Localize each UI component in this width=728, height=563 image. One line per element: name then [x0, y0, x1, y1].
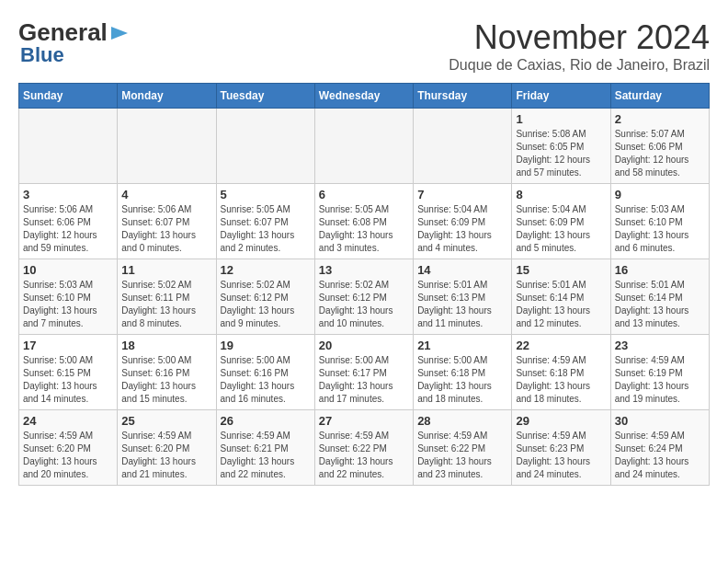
header-thursday: Thursday	[414, 84, 512, 109]
day-info: Sunrise: 5:06 AM Sunset: 6:06 PM Dayligh…	[23, 203, 113, 255]
day-number: 16	[615, 263, 705, 277]
day-info: Sunrise: 5:01 AM Sunset: 6:14 PM Dayligh…	[615, 279, 705, 330]
day-number: 18	[121, 339, 211, 352]
logo: General Blue	[18, 18, 130, 67]
week-row: 1Sunrise: 5:08 AM Sunset: 6:05 PM Daylig…	[19, 109, 710, 184]
header-wednesday: Wednesday	[314, 84, 413, 109]
header-row: SundayMondayTuesdayWednesdayThursdayFrid…	[19, 84, 710, 109]
day-number: 28	[417, 414, 507, 428]
table-row: 19Sunrise: 5:00 AM Sunset: 6:16 PM Dayli…	[216, 335, 314, 410]
table-row: 15Sunrise: 5:01 AM Sunset: 6:14 PM Dayli…	[512, 259, 610, 335]
day-info: Sunrise: 5:05 AM Sunset: 6:07 PM Dayligh…	[221, 203, 311, 255]
header-sunday: Sunday	[19, 84, 118, 109]
day-number: 23	[615, 339, 705, 352]
day-number: 21	[417, 339, 507, 352]
table-row: 7Sunrise: 5:04 AM Sunset: 6:09 PM Daylig…	[414, 184, 512, 259]
table-row: 11Sunrise: 5:02 AM Sunset: 6:11 PM Dayli…	[118, 259, 216, 335]
day-info: Sunrise: 4:59 AM Sunset: 6:18 PM Dayligh…	[516, 354, 606, 406]
day-info: Sunrise: 5:08 AM Sunset: 6:05 PM Dayligh…	[516, 128, 606, 179]
day-number: 8	[516, 188, 606, 201]
day-number: 9	[615, 188, 705, 201]
table-row: 28Sunrise: 4:59 AM Sunset: 6:22 PM Dayli…	[414, 410, 512, 486]
week-row: 3Sunrise: 5:06 AM Sunset: 6:06 PM Daylig…	[19, 184, 710, 259]
table-row: 25Sunrise: 4:59 AM Sunset: 6:20 PM Dayli…	[118, 410, 216, 486]
day-number: 1	[516, 112, 606, 126]
day-info: Sunrise: 5:07 AM Sunset: 6:06 PM Dayligh…	[615, 128, 705, 179]
table-row: 10Sunrise: 5:03 AM Sunset: 6:10 PM Dayli…	[19, 259, 118, 335]
day-number: 27	[319, 414, 409, 428]
table-row: 26Sunrise: 4:59 AM Sunset: 6:21 PM Dayli…	[216, 410, 314, 486]
header-tuesday: Tuesday	[216, 84, 314, 109]
table-row: 6Sunrise: 5:05 AM Sunset: 6:08 PM Daylig…	[314, 184, 413, 259]
table-row: 16Sunrise: 5:01 AM Sunset: 6:14 PM Dayli…	[610, 259, 709, 335]
day-number: 22	[516, 339, 606, 352]
day-number: 15	[516, 263, 606, 277]
table-row	[216, 109, 314, 184]
day-info: Sunrise: 5:04 AM Sunset: 6:09 PM Dayligh…	[417, 203, 507, 255]
week-row: 17Sunrise: 5:00 AM Sunset: 6:15 PM Dayli…	[19, 335, 710, 410]
header-friday: Friday	[512, 84, 610, 109]
day-number: 2	[615, 112, 705, 126]
day-number: 30	[615, 414, 705, 428]
table-row	[314, 109, 413, 184]
logo-blue: Blue	[20, 43, 64, 66]
table-row: 5Sunrise: 5:05 AM Sunset: 6:07 PM Daylig…	[216, 184, 314, 259]
table-row: 29Sunrise: 4:59 AM Sunset: 6:23 PM Dayli…	[512, 410, 610, 486]
svg-marker-0	[111, 27, 128, 40]
day-info: Sunrise: 4:59 AM Sunset: 6:19 PM Dayligh…	[615, 354, 705, 406]
calendar-body: 1Sunrise: 5:08 AM Sunset: 6:05 PM Daylig…	[19, 109, 710, 486]
page-header: General Blue November 2024 Duque de Caxi…	[18, 18, 710, 74]
logo-arrow-icon	[109, 23, 130, 43]
day-number: 19	[221, 339, 311, 352]
day-number: 5	[221, 188, 311, 201]
day-info: Sunrise: 4:59 AM Sunset: 6:22 PM Dayligh…	[319, 430, 409, 481]
table-row	[19, 109, 118, 184]
day-info: Sunrise: 5:01 AM Sunset: 6:14 PM Dayligh…	[516, 279, 606, 330]
day-number: 13	[319, 263, 409, 277]
day-info: Sunrise: 5:00 AM Sunset: 6:17 PM Dayligh…	[319, 354, 409, 406]
day-info: Sunrise: 5:05 AM Sunset: 6:08 PM Dayligh…	[319, 203, 409, 255]
table-row: 2Sunrise: 5:07 AM Sunset: 6:06 PM Daylig…	[610, 109, 709, 184]
day-number: 20	[319, 339, 409, 352]
week-row: 10Sunrise: 5:03 AM Sunset: 6:10 PM Dayli…	[19, 259, 710, 335]
day-info: Sunrise: 5:00 AM Sunset: 6:18 PM Dayligh…	[417, 354, 507, 406]
table-row: 20Sunrise: 5:00 AM Sunset: 6:17 PM Dayli…	[314, 335, 413, 410]
day-info: Sunrise: 4:59 AM Sunset: 6:24 PM Dayligh…	[615, 430, 705, 481]
day-info: Sunrise: 4:59 AM Sunset: 6:22 PM Dayligh…	[417, 430, 507, 481]
day-number: 25	[121, 414, 211, 428]
day-number: 29	[516, 414, 606, 428]
day-info: Sunrise: 5:01 AM Sunset: 6:13 PM Dayligh…	[417, 279, 507, 330]
table-row: 4Sunrise: 5:06 AM Sunset: 6:07 PM Daylig…	[118, 184, 216, 259]
table-row	[118, 109, 216, 184]
table-row: 12Sunrise: 5:02 AM Sunset: 6:12 PM Dayli…	[216, 259, 314, 335]
day-number: 12	[221, 263, 311, 277]
day-number: 3	[23, 188, 113, 201]
table-row: 9Sunrise: 5:03 AM Sunset: 6:10 PM Daylig…	[610, 184, 709, 259]
day-info: Sunrise: 5:00 AM Sunset: 6:15 PM Dayligh…	[23, 354, 113, 406]
header-monday: Monday	[118, 84, 216, 109]
table-row: 22Sunrise: 4:59 AM Sunset: 6:18 PM Dayli…	[512, 335, 610, 410]
day-info: Sunrise: 4:59 AM Sunset: 6:20 PM Dayligh…	[23, 430, 113, 481]
day-info: Sunrise: 5:03 AM Sunset: 6:10 PM Dayligh…	[615, 203, 705, 255]
day-info: Sunrise: 5:02 AM Sunset: 6:12 PM Dayligh…	[319, 279, 409, 330]
month-title: November 2024	[449, 18, 710, 57]
header-saturday: Saturday	[610, 84, 709, 109]
table-row: 21Sunrise: 5:00 AM Sunset: 6:18 PM Dayli…	[414, 335, 512, 410]
day-info: Sunrise: 4:59 AM Sunset: 6:23 PM Dayligh…	[516, 430, 606, 481]
day-info: Sunrise: 4:59 AM Sunset: 6:20 PM Dayligh…	[121, 430, 211, 481]
calendar-table: SundayMondayTuesdayWednesdayThursdayFrid…	[18, 83, 710, 486]
table-row: 23Sunrise: 4:59 AM Sunset: 6:19 PM Dayli…	[610, 335, 709, 410]
day-number: 6	[319, 188, 409, 201]
table-row: 17Sunrise: 5:00 AM Sunset: 6:15 PM Dayli…	[19, 335, 118, 410]
day-number: 11	[121, 263, 211, 277]
day-number: 14	[417, 263, 507, 277]
day-number: 7	[417, 188, 507, 201]
day-info: Sunrise: 5:06 AM Sunset: 6:07 PM Dayligh…	[121, 203, 211, 255]
day-number: 24	[23, 414, 113, 428]
day-number: 10	[23, 263, 113, 277]
table-row: 14Sunrise: 5:01 AM Sunset: 6:13 PM Dayli…	[414, 259, 512, 335]
table-row: 1Sunrise: 5:08 AM Sunset: 6:05 PM Daylig…	[512, 109, 610, 184]
title-section: November 2024 Duque de Caxias, Rio de Ja…	[449, 18, 710, 74]
week-row: 24Sunrise: 4:59 AM Sunset: 6:20 PM Dayli…	[19, 410, 710, 486]
day-info: Sunrise: 5:00 AM Sunset: 6:16 PM Dayligh…	[221, 354, 311, 406]
